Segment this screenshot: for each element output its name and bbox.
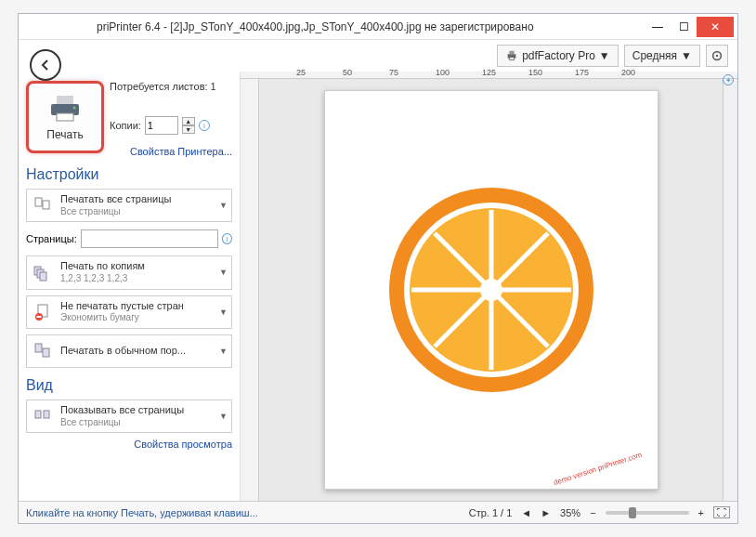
svg-rect-19 [35, 411, 41, 418]
chevron-down-icon: ▼ [219, 308, 228, 317]
info-icon[interactable]: i [222, 233, 232, 244]
statusbar: Кликайте на кнопку Печать, удерживая кла… [19, 501, 737, 523]
option-skip-blank[interactable]: Не печатать пустые странЭкономить бумагу… [26, 295, 232, 329]
printer-properties-link[interactable]: Свойства Принтера... [110, 146, 232, 157]
chevron-down-icon: ▼ [219, 268, 228, 277]
zoom-value: 35% [560, 507, 580, 518]
copies-label: Копии: [110, 120, 141, 131]
info-icon[interactable]: i [199, 120, 210, 131]
pages-label: Страницы: [26, 233, 77, 244]
sheets-required-label: Потребуется листов: 1 [110, 81, 232, 92]
ruler-config-icon[interactable]: ✦ [723, 74, 734, 85]
back-button[interactable] [30, 49, 61, 81]
printer-icon [46, 93, 84, 124]
ruler-horizontal: 25 50 75 100 125 150 175 200 ✦ [241, 72, 737, 79]
close-button[interactable]: ✕ [697, 17, 734, 37]
watermark-text: demo version priPrinter.com [553, 452, 643, 488]
print-button-label: Печать [46, 128, 83, 141]
quality-label: Средняя [632, 49, 677, 62]
canvas[interactable]: demo version priPrinter.com [259, 79, 723, 501]
svg-rect-16 [37, 316, 42, 318]
view-heading: Вид [26, 377, 232, 394]
view-properties-link[interactable]: Свойства просмотра [26, 439, 232, 450]
minimize-button[interactable]: — [645, 17, 671, 37]
status-hint: Кликайте на кнопку Печать, удерживая кла… [26, 507, 460, 518]
svg-rect-10 [43, 201, 49, 209]
window-title: priPrinter 6.4 - [2]Jp_STonY_400x400.jpg… [22, 20, 645, 33]
gear-icon [710, 49, 723, 62]
sidebar: Печать Потребуется листов: 1 Копии: ▲▼ i… [19, 72, 240, 501]
copies-spinner[interactable]: ▲▼ [182, 117, 195, 134]
printer-toolbar: pdfFactory Pro ▼ Средняя ▼ [497, 44, 728, 68]
svg-rect-18 [43, 348, 49, 357]
option-show-all-pages[interactable]: Показывать все страницыВсе страницы ▼ [26, 399, 232, 433]
nav-next-icon[interactable]: ► [541, 507, 551, 518]
svg-rect-6 [57, 96, 73, 104]
printer-name: pdfFactory Pro [522, 49, 595, 62]
chevron-down-icon: ▼ [219, 347, 228, 356]
chevron-down-icon: ▼ [599, 49, 610, 62]
svg-rect-7 [57, 113, 73, 121]
quality-select[interactable]: Средняя ▼ [624, 45, 700, 67]
settings-heading: Настройки [26, 166, 232, 183]
print-button[interactable]: Печать [26, 81, 104, 153]
chevron-down-icon: ▼ [681, 49, 692, 62]
zoom-in-button[interactable]: + [698, 507, 704, 518]
svg-point-4 [716, 55, 719, 58]
svg-rect-13 [40, 272, 46, 281]
no-blank-icon [31, 300, 55, 324]
pages-input[interactable] [81, 229, 218, 248]
pages-icon [31, 193, 55, 217]
option-print-all-pages[interactable]: Печатать все страницыВсе страницы ▼ [26, 189, 232, 222]
svg-rect-20 [44, 411, 49, 418]
orange-slice-image [380, 178, 603, 401]
zoom-slider[interactable] [606, 511, 689, 515]
pages-range-row: Страницы: i [26, 229, 232, 248]
copies-input[interactable] [145, 116, 178, 135]
fit-page-icon[interactable]: ⛶ [713, 506, 730, 518]
print-section: Печать Потребуется листов: 1 Копии: ▲▼ i… [26, 81, 232, 157]
chevron-down-icon: ▼ [219, 412, 228, 421]
copies-row: Копии: ▲▼ i [110, 116, 232, 135]
svg-point-24 [480, 279, 502, 301]
svg-rect-9 [35, 198, 42, 206]
nav-prev-icon[interactable]: ◄ [521, 507, 531, 518]
arrow-left-icon [38, 58, 53, 72]
preview-pane: 25 50 75 100 125 150 175 200 ✦ [240, 72, 737, 501]
app-window: priPrinter 6.4 - [2]Jp_STonY_400x400.jpg… [18, 13, 738, 524]
option-normal-order[interactable]: Печатать в обычном пор... ▼ [26, 334, 232, 368]
maximize-button[interactable]: ☐ [671, 17, 697, 37]
order-icon [31, 339, 55, 363]
sheets-info: Потребуется листов: 1 Копии: ▲▼ i Свойст… [110, 81, 232, 157]
printer-icon [505, 49, 518, 62]
page-preview[interactable]: demo version priPrinter.com [324, 90, 658, 490]
svg-rect-1 [510, 51, 515, 55]
printer-select[interactable]: pdfFactory Pro ▼ [497, 45, 619, 67]
chevron-down-icon: ▼ [219, 201, 228, 210]
thumbnails-icon [31, 404, 55, 428]
zoom-out-button[interactable]: − [590, 507, 595, 518]
settings-gear-button[interactable] [706, 45, 728, 67]
option-collate[interactable]: Печать по копиям1,2,3 1,2,3 1,2,3 ▼ [26, 255, 232, 289]
scrollbar-vertical[interactable] [723, 79, 737, 501]
body: Печать Потребуется листов: 1 Копии: ▲▼ i… [19, 40, 737, 501]
svg-rect-17 [35, 344, 42, 352]
svg-point-8 [73, 107, 76, 110]
collate-icon [31, 260, 55, 284]
canvas-area: demo version priPrinter.com [241, 79, 737, 501]
svg-rect-2 [510, 58, 515, 60]
ruler-vertical [241, 79, 259, 501]
titlebar: priPrinter 6.4 - [2]Jp_STonY_400x400.jpg… [19, 14, 737, 40]
status-page: Стр. 1 / 1 [469, 507, 513, 518]
